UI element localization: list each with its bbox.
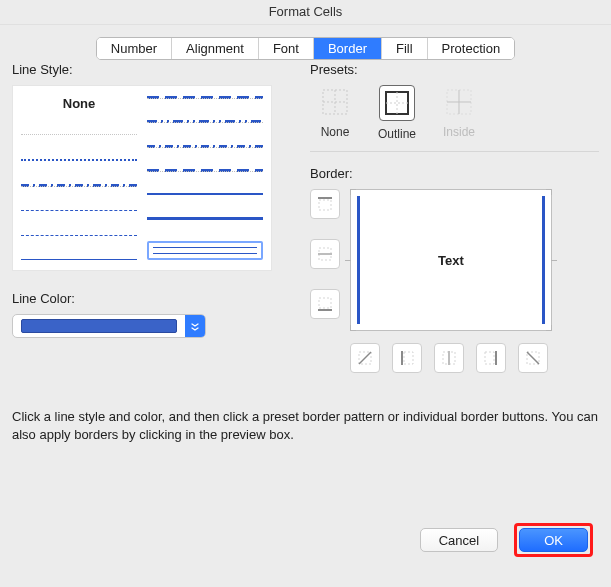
ok-highlight: OK (514, 523, 593, 557)
preset-inside-label: Inside (443, 125, 475, 139)
border-bottom-button[interactable] (310, 289, 340, 319)
presets-label: Presets: (310, 62, 599, 77)
line-style-panel: Line Style: None (12, 62, 282, 373)
line-style-option[interactable] (21, 259, 137, 260)
line-style-option[interactable] (147, 145, 263, 148)
svg-rect-10 (319, 200, 331, 210)
line-style-option[interactable] (21, 235, 137, 236)
line-color-picker[interactable] (12, 314, 206, 338)
border-left-button[interactable] (392, 343, 422, 373)
svg-rect-3 (386, 92, 408, 114)
tab-number[interactable]: Number (97, 38, 172, 59)
line-style-list[interactable]: None (12, 85, 272, 271)
border-panel: Presets: None Outline (310, 62, 599, 373)
tab-font[interactable]: Font (259, 38, 314, 59)
preset-outline-label: Outline (378, 127, 416, 141)
preset-none-label: None (321, 125, 350, 139)
svg-line-24 (527, 352, 539, 364)
tab-bar: Number Alignment Font Border Fill Protec… (0, 37, 611, 60)
line-style-none[interactable]: None (21, 96, 137, 111)
border-right-button[interactable] (476, 343, 506, 373)
dialog-footer: Cancel OK (420, 523, 593, 557)
tab-protection[interactable]: Protection (428, 38, 515, 59)
line-color-label: Line Color: (12, 291, 282, 306)
preview-text: Text (351, 253, 551, 268)
ok-button[interactable]: OK (519, 528, 588, 552)
preset-outline[interactable]: Outline (378, 85, 416, 141)
line-style-option[interactable] (21, 134, 137, 135)
line-style-option[interactable] (21, 210, 137, 211)
border-section-label: Border: (310, 166, 599, 181)
border-diagonal-up-button[interactable] (350, 343, 380, 373)
preset-none[interactable]: None (318, 85, 352, 139)
format-cells-dialog: Format Cells Number Alignment Font Borde… (0, 0, 611, 587)
border-preview[interactable]: Text (350, 189, 552, 331)
line-style-option[interactable] (147, 96, 263, 99)
line-style-option[interactable] (147, 169, 263, 172)
line-style-label: Line Style: (12, 62, 282, 77)
svg-rect-21 (485, 352, 494, 364)
help-text: Click a line style and color, and then c… (12, 408, 599, 443)
section-divider (310, 151, 599, 152)
line-style-option[interactable] (147, 120, 263, 123)
tab-fill[interactable]: Fill (382, 38, 428, 59)
svg-rect-18 (404, 352, 413, 364)
chevron-down-icon (185, 315, 205, 337)
border-diagonal-down-button[interactable] (518, 343, 548, 373)
line-color-swatch (21, 319, 177, 333)
line-style-option[interactable] (21, 159, 137, 161)
tab-alignment[interactable]: Alignment (172, 38, 259, 59)
border-middle-v-button[interactable] (434, 343, 464, 373)
tab-border[interactable]: Border (314, 38, 382, 59)
border-middle-h-button[interactable] (310, 239, 340, 269)
border-top-button[interactable] (310, 189, 340, 219)
line-style-option[interactable] (147, 217, 263, 220)
line-style-selected[interactable] (147, 241, 263, 260)
line-style-option[interactable] (147, 193, 263, 195)
svg-rect-13 (319, 298, 331, 308)
preset-inside: Inside (442, 85, 476, 139)
svg-line-16 (359, 352, 371, 364)
line-style-option[interactable] (21, 184, 137, 187)
window-title: Format Cells (0, 0, 611, 25)
cancel-button[interactable]: Cancel (420, 528, 498, 552)
